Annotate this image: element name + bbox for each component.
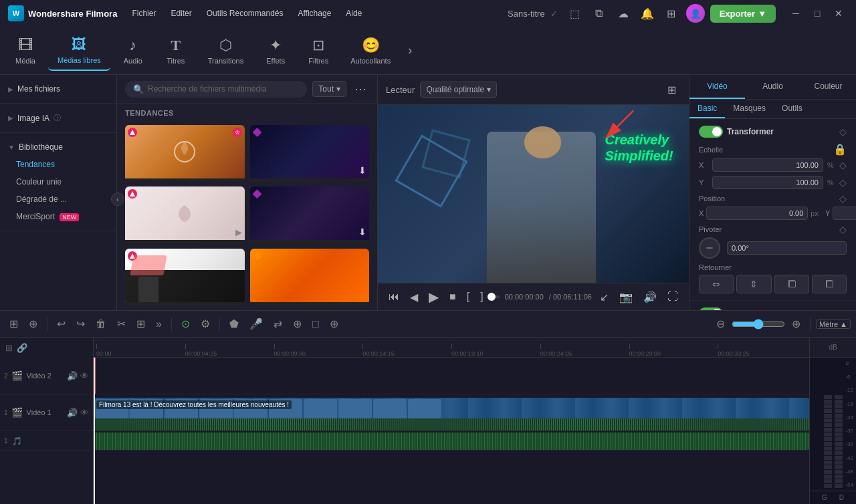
mark-out-button[interactable]: ]: [477, 289, 486, 304]
sidebar-item-tendances[interactable]: Tendances: [0, 156, 116, 173]
transformer-toggle-switch[interactable]: [699, 126, 723, 138]
bibliotheque-header[interactable]: ▼ Bibliothèque: [0, 138, 116, 156]
mes-fichiers-header[interactable]: ▶ Mes fichiers: [0, 80, 116, 98]
monitor-icon[interactable]: ⬚: [566, 4, 584, 23]
tool-effets[interactable]: ✦ Effets: [255, 31, 296, 70]
more-tools-button[interactable]: »: [152, 316, 166, 333]
preview-timeline-bar[interactable]: [492, 295, 500, 298]
tool-transitions[interactable]: ⬡ Transitions: [199, 31, 253, 70]
tl-split-icon[interactable]: ⬟: [225, 315, 243, 333]
media-card-5[interactable]: [125, 249, 245, 305]
toolbar-more-arrow[interactable]: ›: [403, 38, 417, 63]
rotate-dial[interactable]: [699, 237, 720, 259]
preview-expand-icon[interactable]: ⊞: [662, 80, 681, 99]
tl-zoom-slider[interactable]: [732, 319, 785, 330]
track-clip-video1[interactable]: Filmora 13 est là ! Découvrez toutes les…: [94, 394, 809, 431]
tool-autocollants[interactable]: 😊 Autocollants: [341, 31, 400, 70]
close-button[interactable]: ✕: [829, 4, 848, 23]
tl-zoom-out[interactable]: ⊖: [712, 315, 729, 333]
filter-dropdown[interactable]: Tout ▾: [312, 81, 346, 97]
tl-audio-icon[interactable]: 🎤: [245, 315, 267, 333]
scale-y-keyframe[interactable]: ◇: [839, 177, 847, 188]
sidebar-item-mercisport[interactable]: MerciSport NEW: [0, 208, 116, 225]
fullscreen-button[interactable]: ⛶: [665, 289, 681, 304]
menu-editer[interactable]: Editer: [164, 6, 198, 21]
tool-medias-libres[interactable]: 🖼 Médias libres: [48, 31, 110, 71]
maximize-button[interactable]: □: [808, 4, 827, 23]
media-card-1[interactable]: ♔ Médias de style ancie...: [125, 125, 245, 181]
cut-button[interactable]: ✂: [113, 315, 130, 333]
stop-button[interactable]: ■: [447, 289, 459, 304]
scale-x-keyframe[interactable]: ◇: [839, 160, 847, 170]
skip-back-button[interactable]: ⏮: [386, 289, 402, 304]
grid-icon[interactable]: ⊞: [662, 4, 681, 23]
pivoter-keyframe[interactable]: ◇: [839, 224, 847, 235]
transformer-keyframe-icon[interactable]: ◇: [839, 126, 847, 137]
tool-filtres[interactable]: ⊡ Filtres: [298, 31, 338, 70]
subtab-masques[interactable]: Masques: [725, 100, 774, 118]
card4-download-icon[interactable]: ⬇: [358, 227, 366, 237]
track1-audio-icon[interactable]: 🔊: [67, 408, 78, 418]
volume-icon[interactable]: 🔊: [641, 289, 659, 305]
pos-x-input[interactable]: [706, 207, 808, 220]
panel-collapse-button[interactable]: ‹: [111, 193, 124, 206]
subtab-basic[interactable]: Basic: [689, 100, 725, 118]
clone-icon[interactable]: ⧉: [590, 4, 609, 23]
subtab-outils[interactable]: Outils: [774, 100, 811, 118]
screenshot-button[interactable]: 📷: [617, 289, 635, 305]
pos-y-input[interactable]: [833, 207, 856, 220]
timeline-playhead[interactable]: [94, 358, 95, 504]
undo-button[interactable]: ↩: [53, 315, 70, 333]
mark-in-button[interactable]: [: [464, 289, 472, 304]
scale-y-input[interactable]: [712, 176, 823, 189]
tl-transition-icon[interactable]: ⇄: [270, 315, 286, 333]
lock-icon[interactable]: 🔒: [833, 143, 847, 156]
transformer-toggle[interactable]: Transformer: [699, 126, 774, 138]
delete-button[interactable]: 🗑: [92, 316, 110, 333]
tl-box-icon[interactable]: □: [308, 316, 323, 333]
tl-add-icon[interactable]: ⊕: [289, 315, 306, 333]
menu-affichage[interactable]: Affichage: [292, 6, 338, 21]
tool-titres[interactable]: T Titres: [156, 31, 196, 70]
cloud-icon[interactable]: ☁: [614, 4, 633, 23]
tab-video[interactable]: Vidéo: [689, 75, 745, 99]
minimize-button[interactable]: ─: [786, 4, 805, 23]
menu-outils[interactable]: Outils Recommandés: [200, 6, 290, 21]
bell-icon[interactable]: 🔔: [638, 4, 657, 23]
media-card-3[interactable]: ▶ Médias de mariage de...: [125, 186, 245, 243]
ripple-button[interactable]: ⊞: [132, 315, 149, 333]
redo-button[interactable]: ↪: [72, 315, 89, 333]
position-keyframe[interactable]: ◇: [839, 193, 847, 204]
rotate-input[interactable]: [727, 241, 847, 255]
media-card-2[interactable]: ⬇ Médias épiques 3D 03: [250, 125, 370, 181]
tab-couleur[interactable]: Couleur: [800, 75, 856, 99]
frame-back-button[interactable]: ◀: [407, 289, 421, 305]
media-card-6[interactable]: [250, 249, 370, 305]
tl-settings-icon[interactable]: ⚙: [197, 315, 214, 333]
menu-fichier[interactable]: Fichier: [125, 6, 163, 21]
flip-copy-h-button[interactable]: ⧠: [774, 275, 809, 293]
user-avatar[interactable]: 👤: [686, 4, 705, 23]
image-ia-header[interactable]: ▶ Image IA ⓘ: [0, 109, 116, 127]
export-button[interactable]: Réinitialiser Exporter ▼: [710, 5, 776, 23]
card2-download-icon[interactable]: ⬇: [358, 165, 366, 176]
audio-clip-1[interactable]: [94, 432, 809, 450]
tool-media[interactable]: 🎞 Média: [5, 31, 45, 70]
track-clip-audio1[interactable]: [94, 431, 809, 451]
more-options-button[interactable]: ⋯: [352, 80, 369, 98]
add-to-timeline-button[interactable]: ↙: [597, 289, 611, 305]
search-input[interactable]: [148, 84, 299, 94]
tool-audio[interactable]: ♪ Audio: [113, 31, 153, 70]
track-clip-video2[interactable]: [94, 358, 809, 394]
play-button[interactable]: ▶: [426, 287, 441, 306]
tl-zoom-in[interactable]: ⊕: [788, 315, 805, 333]
media-card-4[interactable]: ⬇ Médias épiques 3D 04: [250, 186, 370, 243]
composition-toggle-switch[interactable]: [699, 307, 723, 310]
flip-vertical-button[interactable]: ⇕: [736, 275, 771, 293]
tl-clip-icon[interactable]: ⊕: [326, 315, 342, 333]
meter-label[interactable]: Mètre ▲: [816, 320, 851, 329]
tl-record-btn[interactable]: ⊙: [177, 315, 194, 333]
scale-x-input[interactable]: [712, 158, 823, 172]
flip-copy-v-button[interactable]: ⧠: [812, 275, 847, 293]
track2-eye-icon[interactable]: 👁: [80, 371, 89, 381]
